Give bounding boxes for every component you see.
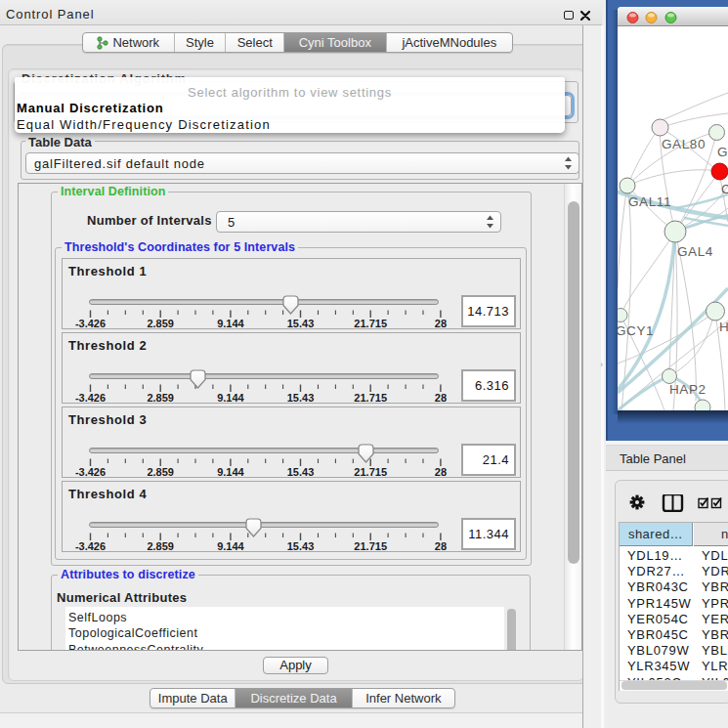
svg-text:C: C: [721, 182, 728, 196]
svg-text:GAL: GAL: [717, 145, 728, 159]
svg-text:GAL11: GAL11: [628, 194, 671, 209]
svg-text:HAP2: HAP2: [669, 382, 707, 397]
svg-text:GAL80: GAL80: [662, 137, 706, 151]
svg-text:H: H: [719, 320, 728, 334]
svg-text:GAL4: GAL4: [677, 244, 713, 259]
svg-text:GCY1: GCY1: [618, 323, 654, 338]
